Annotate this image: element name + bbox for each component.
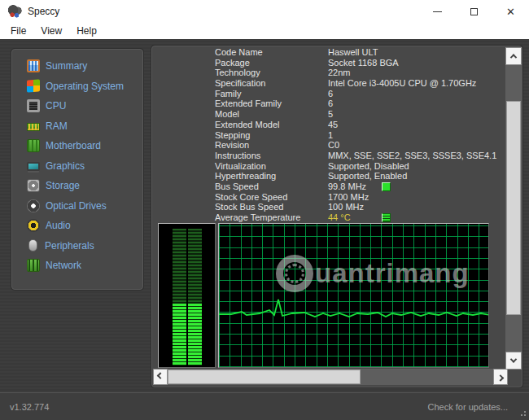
info-row: Hyperthreading Supported, Enabled	[152, 171, 504, 182]
peripherals-icon	[28, 239, 37, 252]
info-value: 6	[328, 98, 333, 109]
minimize-icon	[433, 11, 442, 12]
load-meter	[158, 223, 216, 368]
maximize-button[interactable]	[456, 0, 492, 23]
menu-item[interactable]: View	[33, 24, 69, 38]
info-row: Package Socket 1168 BGA	[152, 58, 504, 68]
info-label: Stock Bus Speed	[215, 202, 283, 212]
info-row: Stock Bus Speed 100 MHz	[152, 202, 504, 212]
chevron-up-icon	[510, 54, 517, 60]
sidebar-item-label: Motherboard	[46, 140, 101, 151]
optical-icon	[27, 199, 40, 212]
sidebar-item[interactable]: Optical Drives	[12, 196, 142, 217]
menu-item[interactable]: Help	[69, 24, 104, 38]
info-label: Specification	[215, 78, 265, 89]
window-title: Speccy	[28, 6, 59, 17]
sidebar-item-label: Storage	[46, 180, 80, 191]
info-value: 45	[328, 120, 338, 130]
info-label: Average Temperature	[215, 212, 300, 223]
info-label: Technology	[215, 68, 260, 78]
info-value: 5	[328, 109, 333, 120]
info-label: Virtualization	[215, 161, 266, 172]
sidebar-item[interactable]: Summary	[12, 56, 142, 77]
speccy-window: Speccy ✕ FileViewHelp Summary Operating …	[0, 0, 529, 420]
scroll-down-button[interactable]	[505, 352, 522, 370]
chevron-down-icon	[510, 356, 517, 362]
sidebar-item-label: Operating System	[46, 81, 124, 92]
info-row: Code Name Haswell ULT	[152, 47, 504, 58]
info-label: Extended Family	[215, 98, 282, 109]
sidebar-item-label: Audio	[46, 220, 71, 231]
resize-grip[interactable]	[518, 409, 527, 417]
info-label: Instructions	[215, 151, 260, 161]
scroll-left-button[interactable]	[153, 369, 168, 385]
close-button[interactable]: ✕	[492, 0, 529, 23]
speccy-app-icon	[8, 5, 22, 18]
info-row: Bus Speed 99.8 MHz	[152, 182, 504, 192]
sidebar-item[interactable]: Motherboard	[12, 136, 142, 156]
network-icon	[27, 259, 40, 272]
app-body: Summary Operating System CPU RAM Motherb…	[0, 39, 529, 392]
sidebar-item-label: Graphics	[46, 160, 85, 172]
status-indicator-icon	[382, 213, 391, 222]
motherboard-icon	[27, 139, 40, 152]
watermark-logo-icon	[276, 255, 313, 292]
sidebar-item[interactable]: RAM	[12, 116, 142, 137]
info-row: Instructions MMX, SSE, SSE2, SSE3, SSSE3…	[152, 151, 504, 161]
info-label: Revision	[215, 140, 249, 151]
meter-bright-segment	[188, 304, 202, 365]
info-value: 1700 MHz	[328, 192, 369, 203]
watermark-text: uantrimang	[315, 258, 470, 289]
info-label: Code Name	[215, 47, 263, 58]
horizontal-scrollbar[interactable]	[153, 369, 508, 385]
horizontal-scroll-thumb[interactable]	[168, 370, 361, 384]
info-label: Family	[215, 89, 241, 99]
sidebar-item[interactable]: CPU	[12, 96, 142, 116]
info-row: Technology 22nm	[152, 68, 504, 78]
status-indicator-icon	[382, 182, 391, 191]
os-icon	[27, 80, 40, 93]
vertical-scroll-thumb[interactable]	[506, 101, 521, 315]
sidebar-item-label: Optical Drives	[46, 200, 107, 212]
info-label: Stock Core Speed	[215, 192, 287, 203]
info-row: Family 6	[152, 89, 504, 99]
info-value: 6	[328, 89, 333, 99]
close-icon: ✕	[506, 7, 515, 17]
info-value: 1	[328, 130, 333, 141]
meter-bar	[173, 229, 186, 365]
info-label: Package	[215, 58, 250, 68]
scroll-right-button[interactable]	[493, 369, 508, 385]
sidebar-item[interactable]: Graphics	[12, 156, 142, 177]
info-value: C0	[328, 140, 339, 151]
cpu-icon	[27, 99, 40, 112]
window-controls: ✕	[419, 0, 529, 23]
info-value: MMX, SSE, SSE2, SSE3, SSSE3, SSE4.1	[328, 151, 496, 161]
sidebar-item-label: Peripherals	[45, 240, 94, 252]
info-label: Stepping	[215, 130, 250, 141]
info-label: Bus Speed	[215, 182, 259, 192]
sidebar-item[interactable]: Audio	[12, 216, 142, 236]
meter-dim-segment	[173, 229, 186, 304]
info-label: Extended Model	[215, 120, 280, 130]
info-row: Model 5	[152, 109, 504, 120]
info-value: 44 °C	[328, 212, 351, 223]
summary-icon	[27, 59, 40, 72]
statusbar: v1.32.774 Check for updates...	[0, 392, 529, 420]
info-label: Hyperthreading	[215, 171, 276, 182]
vertical-scrollbar[interactable]	[505, 47, 522, 370]
sidebar-item[interactable]: Network	[12, 256, 142, 276]
sidebar: Summary Operating System CPU RAM Motherb…	[11, 49, 143, 290]
sidebar-item[interactable]: Peripherals	[12, 236, 142, 256]
sidebar-item[interactable]: Operating System	[12, 77, 142, 97]
check-updates-link[interactable]: Check for updates...	[428, 402, 508, 412]
menubar: FileViewHelp	[0, 23, 529, 39]
scroll-up-button[interactable]	[505, 47, 522, 65]
menu-item[interactable]: File	[3, 24, 33, 38]
info-value: Haswell ULT	[328, 47, 378, 58]
meter-dim-segment	[188, 229, 202, 304]
sidebar-item-label: CPU	[46, 100, 66, 112]
chevron-right-icon	[497, 374, 504, 381]
minimize-button[interactable]	[419, 0, 456, 23]
cpu-info-list: Code Name Haswell ULT Package Socket 116…	[152, 47, 504, 223]
sidebar-item[interactable]: Storage	[12, 176, 142, 196]
